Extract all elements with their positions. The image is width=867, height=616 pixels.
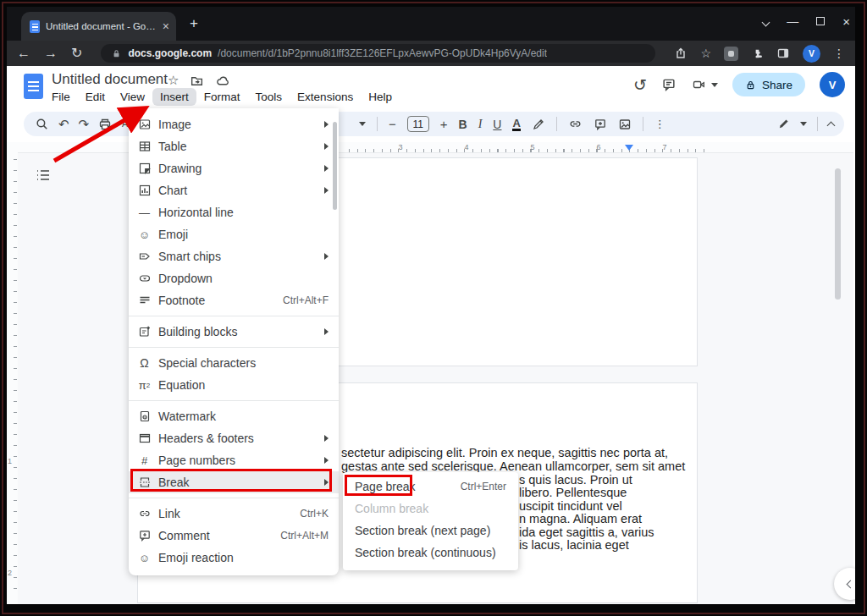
url-domain: docs.google.com <box>128 47 212 59</box>
menu-item-comment[interactable]: Comment Ctrl+Alt+M <box>129 525 339 547</box>
share-button[interactable]: Share <box>732 73 805 96</box>
document-text-line[interactable]: is lacus, lacinia eget <box>519 538 629 552</box>
puzzle-extensions-icon[interactable] <box>751 47 764 60</box>
star-document-icon[interactable]: ☆ <box>168 73 179 88</box>
extension-icon[interactable] <box>724 47 738 61</box>
submenu-arrow-icon <box>324 143 329 150</box>
editing-mode-pen-icon[interactable] <box>777 118 790 130</box>
emoji-reaction-icon: ☺ <box>137 551 152 565</box>
google-docs-logo[interactable] <box>24 74 43 99</box>
comments-icon[interactable] <box>661 77 676 92</box>
reload-icon[interactable]: ↻ <box>71 47 82 60</box>
forward-icon[interactable]: → <box>44 47 58 60</box>
browser-tab[interactable]: Untitled document - Google Doc × <box>21 12 176 41</box>
link-icon <box>137 507 152 521</box>
ruler-number: 5 <box>527 143 538 151</box>
menu-item-equation[interactable]: π2 Equation <box>129 374 339 396</box>
chrome-menu-icon[interactable]: ⋮ <box>833 47 845 60</box>
menu-item-label: Table <box>158 140 314 153</box>
meet-dropdown-caret-icon[interactable] <box>711 83 718 87</box>
menu-format[interactable]: Format <box>196 88 248 106</box>
tab-close-icon[interactable]: × <box>163 20 169 32</box>
menu-item-horizontal-line[interactable]: — Horizontal line <box>129 201 339 223</box>
document-text-line[interactable]: uscipit tincidunt vel <box>519 499 622 513</box>
menu-extensions[interactable]: Extensions <box>290 88 361 106</box>
menu-help[interactable]: Help <box>361 88 400 106</box>
menu-scrollbar[interactable] <box>333 122 337 210</box>
submenu-item-label: Column break <box>355 502 506 515</box>
menu-item-link[interactable]: Link Ctrl+K <box>129 503 339 525</box>
menu-item-label: Building blocks <box>158 325 314 338</box>
menu-item-chart[interactable]: Chart <box>129 179 339 201</box>
insert-link-icon[interactable] <box>568 117 583 131</box>
menu-item-label: Headers & footers <box>158 432 314 445</box>
meet-video-icon[interactable] <box>691 78 707 91</box>
browser-profile-avatar[interactable]: V <box>803 45 820 63</box>
move-folder-icon[interactable] <box>190 74 204 88</box>
right-indent-marker[interactable] <box>625 145 633 151</box>
menu-item-headers-footers[interactable]: Headers & footers <box>129 427 339 449</box>
ruler-number: 4 <box>461 143 472 151</box>
text-color-button[interactable]: A <box>512 118 520 131</box>
zoom-dropdown-caret-icon[interactable] <box>359 122 366 126</box>
menu-item-special-characters[interactable]: Ω Special characters <box>129 352 339 374</box>
building-blocks-icon <box>137 325 152 339</box>
menu-separator <box>129 347 339 348</box>
address-bar[interactable]: docs.google.com /document/d/1bP2pnnu8i1l… <box>101 44 655 63</box>
document-text-line[interactable]: n magna. Aliquam erat <box>519 512 642 525</box>
omega-icon: Ω <box>137 356 152 371</box>
menu-item-watermark[interactable]: Watermark <box>129 405 339 427</box>
window-maximize-button[interactable] <box>816 17 825 25</box>
font-size-value[interactable]: 11 <box>407 116 429 132</box>
ruler-number: 3 <box>395 143 406 151</box>
tab-search-chevron-icon[interactable] <box>763 14 769 29</box>
document-scrollbar[interactable] <box>835 168 841 300</box>
menu-item-shortcut: Ctrl+K <box>300 508 329 520</box>
menu-item-dropdown[interactable]: Dropdown <box>129 267 339 289</box>
menu-item-building-blocks[interactable]: Building blocks <box>129 321 339 343</box>
pi-icon: π2 <box>137 378 152 393</box>
submenu-item-section-break-next-page[interactable]: Section break (next page) <box>343 520 518 542</box>
collapse-toolbar-icon[interactable] <box>828 117 834 132</box>
highlight-pen-icon[interactable] <box>532 118 545 131</box>
menu-item-smart-chips[interactable]: Smart chips <box>129 245 339 267</box>
document-text-line[interactable]: sectetur adipiscing elit. Proin ex neque… <box>341 446 668 459</box>
menu-item-label: Image <box>158 118 314 131</box>
url-path: /document/d/1bP2pnnu8i1lff3ZE126EFLpxAew… <box>218 47 547 59</box>
menu-item-footnote[interactable]: Footnote Ctrl+Alt+F <box>129 289 339 311</box>
menu-item-emoji[interactable]: ☺ Emoji <box>129 223 339 245</box>
bookmark-star-icon[interactable]: ☆ <box>700 47 711 60</box>
font-size-increase-button[interactable]: + <box>440 117 448 131</box>
add-comment-icon[interactable] <box>594 118 607 131</box>
document-text-line[interactable]: gestas ante sed scelerisque. Aenean ulla… <box>341 459 685 473</box>
menu-item-emoji-reaction[interactable]: ☺ Emoji reaction <box>129 547 339 569</box>
menu-tools[interactable]: Tools <box>248 88 290 106</box>
document-text-line[interactable]: ida eget sagittis a, varius <box>519 525 654 539</box>
new-tab-button[interactable]: + <box>190 15 198 32</box>
vertical-ruler[interactable]: 1 2 <box>7 142 18 604</box>
window-close-button[interactable]: × <box>842 14 850 29</box>
toolbar-overflow-icon[interactable]: ⋮ <box>654 118 665 130</box>
smart-chips-icon <box>137 250 152 264</box>
document-title[interactable]: Untitled document <box>52 71 168 88</box>
document-text-line[interactable]: libero. Pellentesque <box>519 486 627 499</box>
bold-button[interactable]: B <box>459 118 467 131</box>
insert-image-icon[interactable] <box>618 118 632 131</box>
italic-button[interactable]: I <box>478 118 483 131</box>
back-icon[interactable]: ← <box>17 47 30 60</box>
window-minimize-button[interactable]: — <box>787 14 798 28</box>
account-avatar[interactable]: V <box>820 72 845 97</box>
font-size-decrease-button[interactable]: − <box>389 117 396 131</box>
submenu-item-section-break-continuous[interactable]: Section break (continuous) <box>343 542 518 564</box>
share-page-icon[interactable] <box>674 47 688 60</box>
underline-button[interactable]: U <box>493 118 501 131</box>
editing-mode-caret-icon[interactable] <box>800 122 807 126</box>
cloud-status-icon[interactable] <box>215 74 230 88</box>
version-history-icon[interactable]: ↺ <box>633 77 647 93</box>
submenu-arrow-icon <box>324 457 329 464</box>
menu-item-shortcut: Ctrl+Alt+F <box>283 294 329 306</box>
side-panel-icon[interactable] <box>776 47 790 60</box>
menu-item-label: Drawing <box>158 162 314 175</box>
document-text-line[interactable]: s quis lacus. Proin ut <box>519 473 632 487</box>
share-lock-icon <box>745 80 756 91</box>
